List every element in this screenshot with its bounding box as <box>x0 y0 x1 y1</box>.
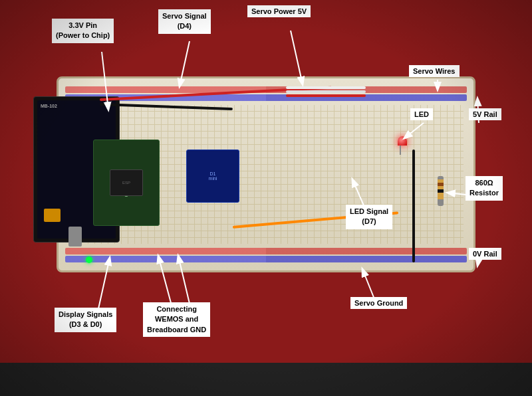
annotation-0v-rail: 0V Rail <box>469 248 501 260</box>
annotation-servo-power: Servo Power 5V <box>247 5 311 17</box>
yellow-connector <box>44 209 61 222</box>
wemos-module: WEMOS ESP <box>93 140 160 226</box>
annotation-led: LED <box>410 108 433 120</box>
wire-white-servo1 <box>286 86 366 89</box>
mini-board-label: D1mini <box>209 171 217 181</box>
usb-port <box>68 227 82 247</box>
annotation-wemos-gnd: Connecting WEMOS and Breadboard GND <box>143 302 210 337</box>
bottom-bar <box>0 363 532 396</box>
annotation-servo-signal: Servo Signal (D4) <box>158 9 211 34</box>
annotation-resistor: 860Ω Resistor <box>466 176 503 201</box>
annotation-3v3: 3.3V Pin (Power to Chip) <box>52 19 114 43</box>
annotation-servo-wires: Servo Wires <box>409 65 460 77</box>
wire-white-servo2 <box>286 90 366 93</box>
bottom-blue-rail <box>65 256 467 262</box>
annotation-led-signal: LED Signal (D7) <box>346 205 392 229</box>
esp-chip: ESP <box>110 169 143 196</box>
wire-red-servo <box>286 94 366 97</box>
annotation-display-signals: Display Signals (D3 & D0) <box>55 308 116 332</box>
mini-board: D1mini <box>186 149 239 203</box>
resistor <box>438 176 444 206</box>
wire-black-vertical <box>412 149 415 262</box>
annotation-servo-ground: Servo Ground <box>350 297 407 309</box>
led-leg1 <box>400 146 401 155</box>
bottom-red-rail <box>65 248 467 254</box>
main-container: MB-102 WEMOS ESP D1mini <box>0 0 532 396</box>
annotation-5v-rail: 5V Rail <box>469 108 501 120</box>
power-led <box>86 256 92 263</box>
led-body <box>398 136 407 146</box>
led-component <box>398 136 407 155</box>
power-board-label: MB-102 <box>41 104 57 108</box>
